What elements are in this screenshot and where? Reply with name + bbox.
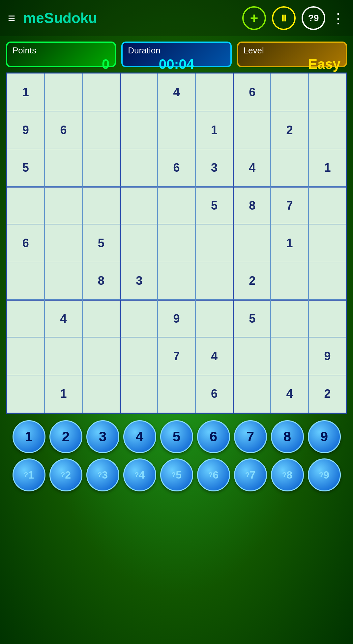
cell[interactable] bbox=[233, 111, 271, 149]
cell[interactable]: 2 bbox=[233, 262, 271, 300]
cell[interactable]: 6 bbox=[7, 224, 44, 262]
cell[interactable]: 9 bbox=[158, 300, 195, 337]
cell[interactable]: 5 bbox=[82, 224, 120, 262]
cell[interactable] bbox=[120, 375, 158, 413]
cell[interactable]: 1 bbox=[7, 73, 44, 111]
number-button-9[interactable]: 9 bbox=[308, 420, 341, 453]
cell[interactable]: 8 bbox=[233, 187, 271, 224]
cell[interactable] bbox=[44, 262, 82, 300]
cell[interactable] bbox=[82, 111, 120, 149]
cell[interactable]: 5 bbox=[195, 187, 233, 224]
hint-button-6[interactable]: ?6 bbox=[197, 458, 230, 491]
cell[interactable] bbox=[7, 262, 44, 300]
cell[interactable] bbox=[120, 224, 158, 262]
number-button-8[interactable]: 8 bbox=[271, 420, 304, 453]
cell[interactable] bbox=[82, 300, 120, 337]
cell[interactable] bbox=[309, 111, 346, 149]
cell[interactable]: 3 bbox=[120, 262, 158, 300]
cell[interactable] bbox=[158, 262, 195, 300]
cell[interactable] bbox=[195, 224, 233, 262]
cell[interactable] bbox=[7, 337, 44, 375]
cell[interactable]: 7 bbox=[271, 187, 308, 224]
hint-button-5[interactable]: ?5 bbox=[160, 458, 193, 491]
number-button-6[interactable]: 6 bbox=[197, 420, 230, 453]
cell[interactable] bbox=[309, 73, 346, 111]
cell[interactable]: 2 bbox=[309, 375, 346, 413]
cell[interactable] bbox=[271, 149, 308, 187]
cell[interactable] bbox=[271, 337, 308, 375]
cell[interactable]: 1 bbox=[195, 111, 233, 149]
cell[interactable] bbox=[309, 187, 346, 224]
cell[interactable] bbox=[195, 73, 233, 111]
cell[interactable] bbox=[158, 187, 195, 224]
cell[interactable]: 5 bbox=[233, 300, 271, 337]
cell[interactable] bbox=[233, 337, 271, 375]
cell[interactable] bbox=[44, 337, 82, 375]
cell[interactable] bbox=[44, 149, 82, 187]
number-button-7[interactable]: 7 bbox=[234, 420, 267, 453]
add-button[interactable]: + bbox=[242, 6, 266, 30]
cell[interactable] bbox=[44, 224, 82, 262]
cell[interactable]: 4 bbox=[44, 300, 82, 337]
cell[interactable]: 4 bbox=[233, 149, 271, 187]
cell[interactable]: 1 bbox=[309, 149, 346, 187]
cell[interactable] bbox=[7, 187, 44, 224]
cell[interactable]: 8 bbox=[82, 262, 120, 300]
pause-button[interactable]: ⏸ bbox=[272, 6, 296, 30]
menu-button[interactable]: ≡ bbox=[8, 12, 15, 24]
cell[interactable]: 6 bbox=[195, 375, 233, 413]
cell[interactable] bbox=[271, 262, 308, 300]
cell[interactable] bbox=[82, 375, 120, 413]
number-button-5[interactable]: 5 bbox=[160, 420, 193, 453]
cell[interactable]: 4 bbox=[195, 337, 233, 375]
cell[interactable] bbox=[309, 300, 346, 337]
cell[interactable]: 9 bbox=[7, 111, 44, 149]
cell[interactable]: 5 bbox=[7, 149, 44, 187]
hint-button-4[interactable]: ?4 bbox=[123, 458, 156, 491]
cell[interactable] bbox=[120, 111, 158, 149]
hint-button-1[interactable]: ?1 bbox=[13, 458, 45, 491]
more-button[interactable]: ⋮ bbox=[331, 10, 345, 26]
cell[interactable] bbox=[44, 73, 82, 111]
cell[interactable] bbox=[82, 187, 120, 224]
hint-button-3[interactable]: ?3 bbox=[86, 458, 119, 491]
cell[interactable] bbox=[82, 73, 120, 111]
number-button-1[interactable]: 1 bbox=[13, 420, 45, 453]
cell[interactable]: 3 bbox=[195, 149, 233, 187]
cell[interactable] bbox=[82, 149, 120, 187]
cell[interactable] bbox=[120, 73, 158, 111]
cell[interactable] bbox=[82, 337, 120, 375]
cell[interactable] bbox=[7, 300, 44, 337]
cell[interactable] bbox=[233, 224, 271, 262]
cell[interactable]: 4 bbox=[271, 375, 308, 413]
number-button-4[interactable]: 4 bbox=[123, 420, 156, 453]
cell[interactable] bbox=[309, 262, 346, 300]
cell[interactable] bbox=[158, 111, 195, 149]
cell[interactable] bbox=[7, 375, 44, 413]
cell[interactable]: 6 bbox=[44, 111, 82, 149]
hint-button-9[interactable]: ?9 bbox=[308, 458, 341, 491]
cell[interactable] bbox=[309, 224, 346, 262]
cell[interactable] bbox=[120, 337, 158, 375]
cell[interactable] bbox=[158, 375, 195, 413]
hint-button-7[interactable]: ?7 bbox=[234, 458, 267, 491]
cell[interactable] bbox=[120, 187, 158, 224]
cell[interactable]: 6 bbox=[233, 73, 271, 111]
cell[interactable]: 4 bbox=[158, 73, 195, 111]
hint-button-8[interactable]: ?8 bbox=[271, 458, 304, 491]
number-button-3[interactable]: 3 bbox=[86, 420, 119, 453]
cell[interactable]: 9 bbox=[309, 337, 346, 375]
cell[interactable]: 1 bbox=[271, 224, 308, 262]
cell[interactable] bbox=[195, 262, 233, 300]
cell[interactable] bbox=[233, 375, 271, 413]
cell[interactable] bbox=[120, 149, 158, 187]
cell[interactable] bbox=[271, 300, 308, 337]
hint-button-2[interactable]: ?2 bbox=[49, 458, 82, 491]
cell[interactable] bbox=[120, 300, 158, 337]
cell[interactable]: 7 bbox=[158, 337, 195, 375]
cell[interactable] bbox=[44, 187, 82, 224]
cell[interactable]: 2 bbox=[271, 111, 308, 149]
number-button-2[interactable]: 2 bbox=[49, 420, 82, 453]
cell[interactable]: 6 bbox=[158, 149, 195, 187]
help-button[interactable]: ?9 bbox=[302, 6, 325, 30]
